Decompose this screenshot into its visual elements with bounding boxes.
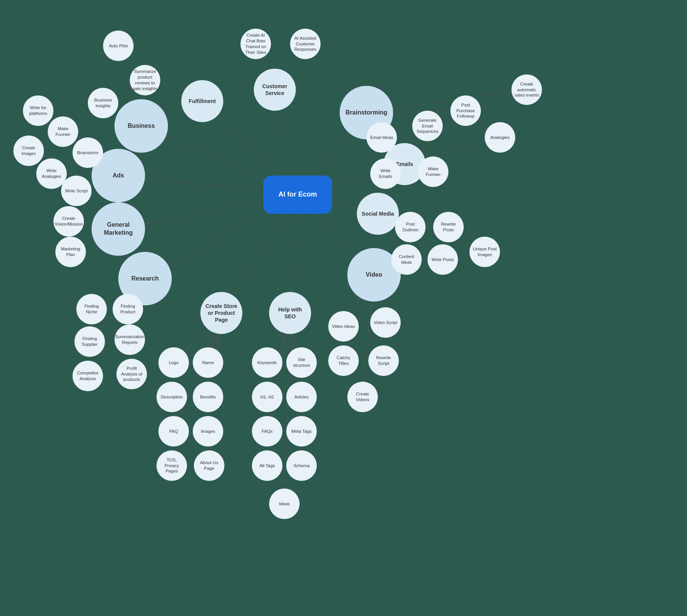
node-alt-tags[interactable]: Alt Tags	[252, 450, 282, 481]
node-create-auto-sales[interactable]: Create automatic sales events	[511, 74, 542, 105]
node-meta-tags[interactable]: Meta Tags	[286, 416, 317, 447]
node-rewrite-posts[interactable]: Rewrite Posts	[433, 212, 464, 242]
node-create-videos[interactable]: Create Videos	[347, 382, 378, 412]
node-site-structure[interactable]: Site structure	[286, 347, 317, 378]
node-ai-assisted-responses[interactable]: AI Assisted Customer Responses	[290, 29, 321, 59]
node-summarization-reports[interactable]: Summarization Reports	[114, 324, 145, 355]
node-create-ai-chatbots[interactable]: Create AI Chat Bots Trained on Their Sit…	[240, 29, 271, 59]
node-social-media[interactable]: Social Media	[357, 193, 399, 235]
node-finding-supplier[interactable]: Finding Supplier	[74, 326, 105, 357]
node-post-outlines[interactable]: Post Outlines	[395, 212, 426, 242]
node-summarize-reviews[interactable]: Summarize product reviews to gain insigh…	[130, 65, 160, 95]
node-logo[interactable]: Logo	[158, 347, 189, 378]
node-fulfillment[interactable]: Fulfillment	[181, 80, 223, 122]
node-finding-niche[interactable]: Finding Niche	[76, 294, 107, 324]
node-email-ideas[interactable]: Email Ideas	[366, 122, 397, 153]
node-tos-privacy[interactable]: TOS, Privacy Pages	[156, 450, 187, 481]
node-create-store[interactable]: Create Store or Product Page	[200, 292, 242, 334]
node-h1h2[interactable]: H1, H2	[252, 382, 282, 412]
node-write-platforms[interactable]: Write for platforms	[23, 95, 53, 126]
center-node[interactable]: AI for Ecom	[263, 176, 332, 214]
node-catchy-titles[interactable]: Catchy Titles	[328, 345, 359, 376]
node-rewrite-script[interactable]: Rewrite Script	[368, 345, 399, 376]
node-create-vision[interactable]: Create Vision/Mission	[53, 206, 84, 237]
node-auto-pilot[interactable]: Auto Pilot	[103, 31, 134, 61]
node-content-ideas[interactable]: Content Ideas	[391, 244, 422, 275]
node-ideas-seo[interactable]: Ideas	[269, 489, 300, 519]
node-create-images[interactable]: Create Images	[13, 135, 44, 166]
node-brainstorm[interactable]: Brainstorm	[73, 137, 103, 168]
node-video-ideas[interactable]: Video Ideas	[328, 311, 359, 342]
node-write-emails[interactable]: Write Emails	[370, 158, 401, 189]
node-general-marketing[interactable]: General Marketing	[92, 202, 145, 256]
node-name[interactable]: Name	[193, 347, 223, 378]
node-marketing-plan[interactable]: Marketing Plan	[55, 237, 86, 267]
node-generate-email-sequences[interactable]: Generate Email Sequences	[412, 111, 443, 141]
node-unique-post-images[interactable]: Unique Post Images	[469, 237, 500, 267]
node-faqs[interactable]: FAQs	[252, 416, 282, 447]
node-video-script[interactable]: Video Script	[370, 307, 401, 338]
node-schema[interactable]: Schema	[286, 450, 317, 481]
node-articles[interactable]: Articles	[286, 382, 317, 412]
svg-line-47	[284, 313, 290, 504]
node-competitor-analysis[interactable]: Competitor Analysis	[73, 361, 103, 391]
mind-map: AI for EcomFulfillmentCustomer ServiceBr…	[0, 0, 687, 616]
node-faq[interactable]: FAQ	[158, 416, 189, 447]
node-about-us[interactable]: About Us Page	[194, 450, 224, 481]
node-make-funnier[interactable]: Make Funnier	[48, 116, 78, 147]
node-finding-product[interactable]: Finding Product	[113, 294, 143, 324]
node-write-posts[interactable]: Write Posts	[427, 244, 458, 275]
node-keywords[interactable]: Keywords	[252, 347, 282, 378]
node-profit-analysis[interactable]: Profit Analysis of products	[116, 359, 147, 389]
node-help-seo[interactable]: Help with SEO	[269, 292, 311, 334]
node-analogies[interactable]: Analogies	[485, 122, 515, 153]
node-post-followup[interactable]: Post Purchase Followup	[450, 95, 481, 126]
node-business-insights[interactable]: Business Insights	[88, 88, 118, 118]
node-description[interactable]: Description	[156, 382, 187, 412]
node-customer-service[interactable]: Customer Service	[254, 69, 296, 111]
node-business[interactable]: Business	[114, 99, 168, 153]
node-images[interactable]: Images	[193, 416, 223, 447]
node-make-funnier-email[interactable]: Make Funnier	[418, 156, 448, 187]
node-benefits[interactable]: Benefits	[193, 382, 223, 412]
node-write-script[interactable]: Write Script	[61, 176, 92, 206]
